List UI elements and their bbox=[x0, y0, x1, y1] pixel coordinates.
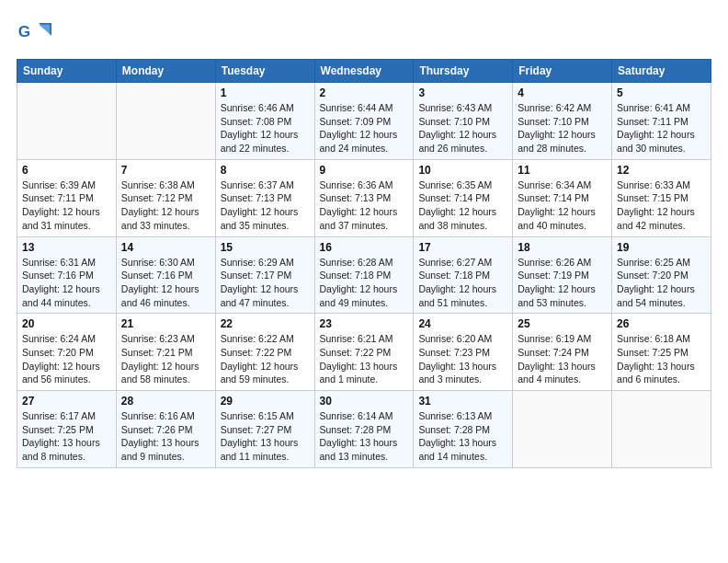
calendar-table: SundayMondayTuesdayWednesdayThursdayFrid… bbox=[17, 59, 711, 468]
cal-cell bbox=[116, 83, 215, 160]
day-info: Sunrise: 6:43 AMSunset: 7:10 PMDaylight:… bbox=[418, 101, 507, 155]
day-info: Sunrise: 6:31 AMSunset: 7:16 PMDaylight:… bbox=[22, 256, 111, 310]
cal-cell: 11Sunrise: 6:34 AMSunset: 7:14 PMDayligh… bbox=[513, 159, 612, 236]
page: G SundayMondayTuesdayWednesdayThursdayFr… bbox=[0, 0, 728, 563]
day-number: 11 bbox=[518, 164, 607, 177]
cal-cell: 30Sunrise: 6:14 AMSunset: 7:28 PMDayligh… bbox=[314, 391, 414, 468]
cal-cell: 24Sunrise: 6:20 AMSunset: 7:23 PMDayligh… bbox=[414, 314, 513, 391]
day-info: Sunrise: 6:39 AMSunset: 7:11 PMDaylight:… bbox=[22, 178, 111, 233]
cal-cell: 7Sunrise: 6:38 AMSunset: 7:12 PMDaylight… bbox=[116, 159, 215, 236]
day-info: Sunrise: 6:16 AMSunset: 7:26 PMDaylight:… bbox=[121, 409, 210, 464]
day-number: 1 bbox=[221, 86, 310, 99]
generalblue-logo-icon: G bbox=[17, 17, 51, 52]
cal-cell: 16Sunrise: 6:28 AMSunset: 7:18 PMDayligh… bbox=[314, 236, 414, 314]
cal-cell: 20Sunrise: 6:24 AMSunset: 7:20 PMDayligh… bbox=[17, 314, 117, 391]
day-info: Sunrise: 6:15 AMSunset: 7:27 PMDaylight:… bbox=[221, 409, 310, 464]
day-number: 12 bbox=[617, 164, 706, 177]
cal-cell: 14Sunrise: 6:30 AMSunset: 7:16 PMDayligh… bbox=[116, 236, 215, 314]
day-number: 10 bbox=[418, 164, 507, 177]
day-info: Sunrise: 6:36 AMSunset: 7:13 PMDaylight:… bbox=[320, 178, 409, 233]
cal-cell: 12Sunrise: 6:33 AMSunset: 7:15 PMDayligh… bbox=[612, 159, 711, 236]
cal-cell: 15Sunrise: 6:29 AMSunset: 7:17 PMDayligh… bbox=[215, 236, 314, 314]
cal-cell: 5Sunrise: 6:41 AMSunset: 7:11 PMDaylight… bbox=[612, 83, 711, 160]
day-number: 8 bbox=[221, 164, 310, 177]
day-number: 26 bbox=[617, 317, 706, 330]
day-info: Sunrise: 6:30 AMSunset: 7:16 PMDaylight:… bbox=[121, 256, 210, 310]
day-number: 7 bbox=[121, 164, 210, 177]
day-number: 31 bbox=[418, 395, 507, 408]
cal-cell: 3Sunrise: 6:43 AMSunset: 7:10 PMDaylight… bbox=[414, 83, 513, 160]
header: G bbox=[17, 17, 711, 52]
col-header-thursday: Thursday bbox=[414, 60, 513, 83]
day-number: 5 bbox=[617, 86, 706, 99]
cal-cell: 18Sunrise: 6:26 AMSunset: 7:19 PMDayligh… bbox=[513, 236, 612, 314]
week-row-2: 6Sunrise: 6:39 AMSunset: 7:11 PMDaylight… bbox=[17, 159, 711, 236]
day-info: Sunrise: 6:14 AMSunset: 7:28 PMDaylight:… bbox=[320, 409, 409, 464]
day-number: 27 bbox=[22, 395, 111, 408]
day-info: Sunrise: 6:29 AMSunset: 7:17 PMDaylight:… bbox=[221, 256, 310, 310]
day-number: 29 bbox=[221, 395, 310, 408]
day-number: 2 bbox=[320, 86, 409, 99]
cal-cell: 6Sunrise: 6:39 AMSunset: 7:11 PMDaylight… bbox=[17, 159, 117, 236]
day-info: Sunrise: 6:23 AMSunset: 7:21 PMDaylight:… bbox=[121, 332, 210, 386]
day-info: Sunrise: 6:22 AMSunset: 7:22 PMDaylight:… bbox=[221, 332, 310, 386]
day-info: Sunrise: 6:17 AMSunset: 7:25 PMDaylight:… bbox=[22, 409, 111, 464]
day-info: Sunrise: 6:33 AMSunset: 7:15 PMDaylight:… bbox=[617, 178, 706, 233]
cal-cell: 21Sunrise: 6:23 AMSunset: 7:21 PMDayligh… bbox=[116, 314, 215, 391]
day-number: 9 bbox=[320, 164, 409, 177]
week-row-5: 27Sunrise: 6:17 AMSunset: 7:25 PMDayligh… bbox=[17, 391, 711, 468]
logo: G bbox=[17, 17, 57, 52]
day-number: 20 bbox=[22, 317, 111, 330]
cal-cell: 29Sunrise: 6:15 AMSunset: 7:27 PMDayligh… bbox=[215, 391, 314, 468]
day-number: 17 bbox=[418, 241, 507, 254]
day-info: Sunrise: 6:42 AMSunset: 7:10 PMDaylight:… bbox=[518, 101, 607, 155]
day-number: 25 bbox=[518, 317, 607, 330]
week-row-1: 1Sunrise: 6:46 AMSunset: 7:08 PMDaylight… bbox=[17, 83, 711, 160]
cal-cell: 9Sunrise: 6:36 AMSunset: 7:13 PMDaylight… bbox=[314, 159, 414, 236]
cal-cell bbox=[17, 83, 117, 160]
cal-cell: 19Sunrise: 6:25 AMSunset: 7:20 PMDayligh… bbox=[612, 236, 711, 314]
cal-cell bbox=[612, 391, 711, 468]
cal-cell: 31Sunrise: 6:13 AMSunset: 7:28 PMDayligh… bbox=[414, 391, 513, 468]
day-number: 14 bbox=[121, 241, 210, 254]
cal-cell: 10Sunrise: 6:35 AMSunset: 7:14 PMDayligh… bbox=[414, 159, 513, 236]
day-number: 24 bbox=[418, 317, 507, 330]
col-header-friday: Friday bbox=[513, 60, 612, 83]
week-row-3: 13Sunrise: 6:31 AMSunset: 7:16 PMDayligh… bbox=[17, 236, 711, 314]
day-number: 3 bbox=[418, 86, 507, 99]
cal-cell: 22Sunrise: 6:22 AMSunset: 7:22 PMDayligh… bbox=[215, 314, 314, 391]
day-number: 13 bbox=[22, 241, 111, 254]
day-number: 21 bbox=[121, 317, 210, 330]
day-info: Sunrise: 6:46 AMSunset: 7:08 PMDaylight:… bbox=[221, 101, 310, 155]
day-info: Sunrise: 6:13 AMSunset: 7:28 PMDaylight:… bbox=[418, 409, 507, 464]
day-number: 15 bbox=[221, 241, 310, 254]
cal-cell: 8Sunrise: 6:37 AMSunset: 7:13 PMDaylight… bbox=[215, 159, 314, 236]
week-row-4: 20Sunrise: 6:24 AMSunset: 7:20 PMDayligh… bbox=[17, 314, 711, 391]
cal-cell: 23Sunrise: 6:21 AMSunset: 7:22 PMDayligh… bbox=[314, 314, 414, 391]
cal-cell: 17Sunrise: 6:27 AMSunset: 7:18 PMDayligh… bbox=[414, 236, 513, 314]
day-info: Sunrise: 6:21 AMSunset: 7:22 PMDaylight:… bbox=[320, 332, 409, 386]
day-number: 6 bbox=[22, 164, 111, 177]
svg-text:G: G bbox=[18, 22, 30, 40]
cal-cell bbox=[513, 391, 612, 468]
cal-cell: 28Sunrise: 6:16 AMSunset: 7:26 PMDayligh… bbox=[116, 391, 215, 468]
header-row: SundayMondayTuesdayWednesdayThursdayFrid… bbox=[17, 60, 711, 83]
col-header-tuesday: Tuesday bbox=[215, 60, 314, 83]
day-number: 19 bbox=[617, 241, 706, 254]
day-info: Sunrise: 6:44 AMSunset: 7:09 PMDaylight:… bbox=[320, 101, 409, 155]
cal-cell: 2Sunrise: 6:44 AMSunset: 7:09 PMDaylight… bbox=[314, 83, 414, 160]
day-info: Sunrise: 6:28 AMSunset: 7:18 PMDaylight:… bbox=[320, 256, 409, 310]
cal-cell: 25Sunrise: 6:19 AMSunset: 7:24 PMDayligh… bbox=[513, 314, 612, 391]
day-number: 18 bbox=[518, 241, 607, 254]
day-info: Sunrise: 6:18 AMSunset: 7:25 PMDaylight:… bbox=[617, 332, 706, 386]
cal-cell: 4Sunrise: 6:42 AMSunset: 7:10 PMDaylight… bbox=[513, 83, 612, 160]
col-header-saturday: Saturday bbox=[612, 60, 711, 83]
day-info: Sunrise: 6:27 AMSunset: 7:18 PMDaylight:… bbox=[418, 256, 507, 310]
day-info: Sunrise: 6:41 AMSunset: 7:11 PMDaylight:… bbox=[617, 101, 706, 155]
col-header-wednesday: Wednesday bbox=[314, 60, 414, 83]
day-info: Sunrise: 6:26 AMSunset: 7:19 PMDaylight:… bbox=[518, 256, 607, 310]
day-info: Sunrise: 6:25 AMSunset: 7:20 PMDaylight:… bbox=[617, 256, 706, 310]
day-number: 16 bbox=[320, 241, 409, 254]
day-info: Sunrise: 6:20 AMSunset: 7:23 PMDaylight:… bbox=[418, 332, 507, 386]
cal-cell: 13Sunrise: 6:31 AMSunset: 7:16 PMDayligh… bbox=[17, 236, 117, 314]
